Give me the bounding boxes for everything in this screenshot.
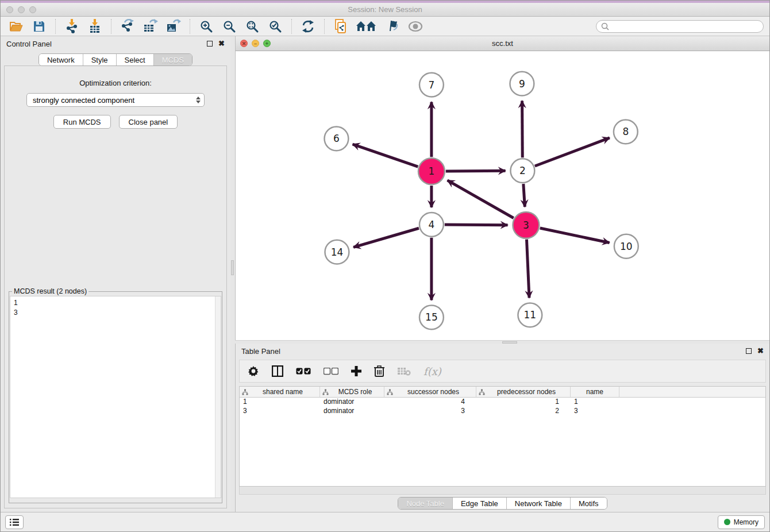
status-bar: Memory	[1, 512, 769, 531]
tab-select[interactable]: Select	[117, 54, 154, 65]
tab-motifs[interactable]: Motifs	[571, 498, 607, 509]
tab-network-table[interactable]: Network Table	[507, 498, 571, 509]
splitter-grip[interactable]	[231, 260, 234, 275]
table-row[interactable]: 3 dominator 3 2 3	[240, 407, 765, 416]
graph-node-label-2: 2	[519, 165, 526, 176]
zoom-in-icon[interactable]	[197, 18, 216, 34]
graph-edge-2-3[interactable]	[523, 184, 525, 207]
column-header-shared-name[interactable]: shared name	[240, 387, 320, 397]
close-panel-icon[interactable]: ✖	[757, 348, 764, 354]
delete-column-icon[interactable]	[374, 363, 384, 379]
network-graph[interactable]: 7968124314101511	[236, 51, 769, 340]
graph-edge-2-9[interactable]	[522, 101, 523, 158]
apply-style-icon[interactable]	[383, 18, 402, 34]
memory-label: Memory	[734, 518, 759, 526]
tab-node-table[interactable]: Node Table	[398, 498, 453, 509]
zoom-out-icon[interactable]	[220, 18, 239, 34]
unselect-all-columns-icon[interactable]	[324, 363, 338, 379]
panel-splitter[interactable]	[230, 36, 235, 512]
tab-network[interactable]: Network	[39, 54, 83, 65]
tab-edge-table[interactable]: Edge Table	[453, 498, 507, 509]
import-network-icon[interactable]	[62, 18, 82, 34]
graph-node-label-11: 11	[524, 309, 537, 321]
graph-edge-4-3[interactable]	[445, 225, 508, 225]
zoom-selected-icon[interactable]	[265, 18, 285, 34]
column-header-mcds-role[interactable]: MCDS role	[320, 387, 384, 397]
column-width-icon[interactable]	[272, 363, 283, 379]
show-hide-icon	[406, 18, 425, 34]
cell-shared-name[interactable]: 1	[240, 398, 320, 407]
graph-edge-4-14[interactable]	[353, 228, 419, 247]
cell-predecessor-nodes[interactable]: 1	[476, 398, 571, 407]
tab-mcds[interactable]: MCDS	[154, 54, 192, 65]
add-column-icon[interactable]	[351, 363, 361, 379]
float-panel-icon[interactable]	[746, 348, 752, 354]
cell-mcds-role[interactable]: dominator	[320, 398, 384, 407]
select-all-columns-icon[interactable]	[296, 363, 311, 379]
column-header-name[interactable]: name	[571, 387, 619, 397]
node-table: shared name MCDS role successor nodes	[239, 386, 766, 487]
splitter-grip[interactable]	[502, 341, 517, 344]
graph-node-label-9: 9	[519, 78, 525, 90]
function-builder-icon: f(x)	[424, 363, 441, 379]
result-scrollbar[interactable]	[215, 296, 221, 498]
zoom-fit-icon[interactable]	[242, 18, 262, 34]
graph-edge-1-2[interactable]	[446, 171, 506, 171]
column-header-predecessor-nodes[interactable]: predecessor nodes	[476, 387, 571, 397]
control-panel-title: Control Panel	[6, 40, 52, 48]
graph-node-label-7: 7	[429, 79, 435, 91]
close-panel-button[interactable]: Close panel	[119, 115, 178, 129]
import-table-icon[interactable]	[85, 18, 105, 34]
optimization-criterion-select[interactable]: strongly connected component	[26, 93, 205, 107]
graph-edge-3-11[interactable]	[526, 240, 529, 298]
graph-edge-1-6[interactable]	[353, 144, 418, 167]
table-row[interactable]: 1 dominator 4 1 1	[240, 398, 765, 407]
first-neighbors-icon[interactable]	[354, 18, 379, 34]
list-icon	[10, 518, 19, 526]
graph-edge-3-10[interactable]	[540, 228, 610, 243]
graph-node-label-10: 10	[620, 241, 633, 252]
app-window: Session: New Session	[0, 0, 770, 532]
close-panel-icon[interactable]: ✖	[218, 41, 225, 47]
cell-shared-name[interactable]: 3	[240, 407, 320, 416]
main-toolbar	[1, 17, 769, 36]
export-table-icon[interactable]	[141, 18, 160, 34]
run-mcds-button[interactable]: Run MCDS	[53, 115, 111, 129]
cell-successor-nodes[interactable]: 3	[384, 407, 476, 416]
toolbar-separator	[111, 19, 111, 34]
float-panel-icon[interactable]	[207, 41, 213, 47]
graph-node-label-14: 14	[331, 246, 344, 258]
search-input[interactable]	[612, 22, 759, 30]
column-header-successor-nodes[interactable]: successor nodes	[384, 387, 476, 397]
save-session-icon[interactable]	[29, 18, 49, 34]
export-image-icon[interactable]	[164, 18, 183, 34]
tab-style[interactable]: Style	[83, 54, 117, 65]
memory-button[interactable]: Memory	[718, 515, 765, 529]
toolbar-separator	[190, 19, 190, 34]
cell-predecessor-nodes[interactable]: 2	[476, 407, 571, 416]
graph-edge-2-8[interactable]	[535, 138, 610, 166]
toolbar-separator	[324, 19, 325, 34]
table-horizontal-scrollbar[interactable]	[239, 487, 766, 495]
result-line: 1	[14, 298, 217, 308]
search-icon	[601, 22, 609, 30]
table-toolbar: f(x)	[239, 360, 766, 383]
mcds-result-textarea[interactable]: 1 3	[10, 296, 221, 498]
refresh-layout-icon[interactable]	[298, 18, 318, 34]
horizontal-splitter[interactable]	[235, 340, 769, 344]
cell-name[interactable]: 1	[571, 398, 619, 407]
optimization-criterion-label: Optimization criterion:	[79, 79, 152, 87]
export-network-icon[interactable]	[118, 18, 137, 34]
search-box[interactable]	[596, 20, 764, 33]
task-history-button[interactable]	[5, 515, 24, 529]
cell-mcds-role[interactable]: dominator	[320, 407, 384, 416]
mcds-result-title: MCDS result (2 nodes)	[12, 287, 88, 295]
graph-node-label-15: 15	[425, 311, 438, 323]
column-type-icon	[322, 389, 329, 395]
cell-successor-nodes[interactable]: 4	[384, 398, 476, 407]
open-file-icon[interactable]	[6, 18, 26, 34]
clone-network-icon[interactable]	[331, 18, 351, 34]
graph-edge-3-1[interactable]	[448, 180, 514, 218]
table-settings-icon[interactable]	[248, 363, 259, 379]
cell-name[interactable]: 3	[571, 407, 619, 416]
